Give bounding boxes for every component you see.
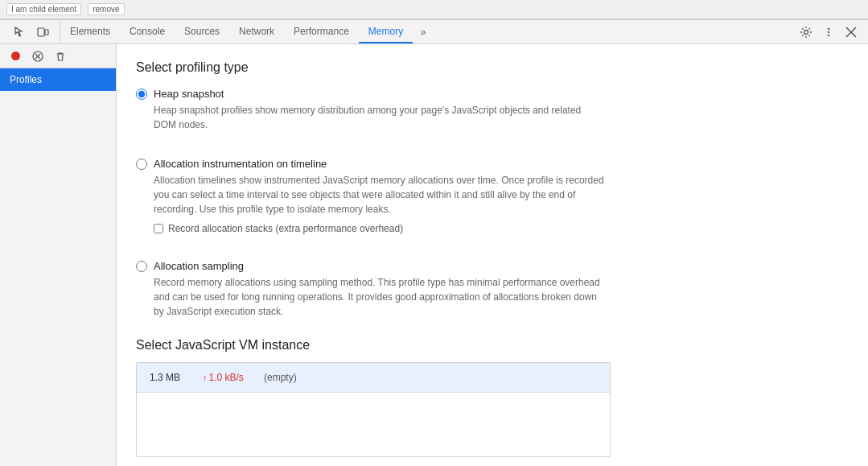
allocation-sampling-label[interactable]: Allocation sampling (154, 260, 244, 272)
svg-rect-0 (38, 28, 44, 36)
vm-empty-area (137, 392, 610, 456)
svg-point-5 (828, 34, 829, 35)
allocation-sampling-option: Allocation sampling Record memory alloca… (136, 260, 849, 319)
heap-snapshot-label[interactable]: Heap snapshot (154, 88, 224, 100)
svg-point-6 (11, 52, 20, 60)
tab-memory[interactable]: Memory (359, 20, 413, 43)
tab-performance[interactable]: Performance (284, 20, 359, 43)
allocation-stacks-label[interactable]: Record allocation stacks (extra performa… (168, 223, 403, 234)
vm-name: (empty) (264, 372, 297, 383)
heap-snapshot-option: Heap snapshot Heap snapshot profiles sho… (136, 88, 849, 132)
vm-size: 1.3 MB (150, 372, 190, 383)
svg-rect-1 (45, 30, 48, 35)
allocation-stacks-row: Record allocation stacks (extra performa… (154, 223, 849, 234)
tab-sources[interactable]: Sources (175, 20, 229, 43)
device-toolbar-button[interactable] (32, 23, 53, 42)
devtools-panel: Elements Console Sources Network Perform… (0, 19, 868, 466)
allocation-instrumentation-desc: Allocation timelines show instrumented J… (154, 173, 604, 217)
more-options-button[interactable] (818, 23, 839, 42)
vm-rate: ↑ 1.0 kB/s (203, 372, 251, 383)
sidebar: Profiles (0, 44, 117, 466)
vm-row[interactable]: 1.3 MB ↑ 1.0 kB/s (empty) (137, 363, 610, 392)
select-profiling-title: Select profiling type (136, 60, 849, 75)
allocation-instrumentation-radio[interactable] (136, 159, 147, 170)
allocation-sampling-header: Allocation sampling (136, 260, 849, 272)
allocation-stacks-checkbox[interactable] (154, 224, 163, 233)
allocation-instrumentation-label[interactable]: Allocation instrumentation on timeline (154, 158, 327, 170)
devtools-tabs: Elements Console Sources Network Perform… (60, 20, 792, 43)
stop-button[interactable] (29, 47, 47, 65)
webpage-bar: I am child element remove (0, 0, 868, 19)
svg-point-3 (828, 27, 829, 29)
remove-button[interactable]: remove (88, 3, 124, 15)
webpage-tag: I am child element (6, 3, 81, 15)
allocation-instrumentation-header: Allocation instrumentation on timeline (136, 158, 849, 170)
vm-table: 1.3 MB ↑ 1.0 kB/s (empty) (136, 362, 611, 457)
settings-button[interactable] (796, 23, 817, 42)
allocation-sampling-desc: Record memory allocations using sampling… (154, 275, 604, 319)
record-button[interactable] (6, 47, 24, 65)
svg-point-2 (804, 30, 808, 34)
clear-profiles-button[interactable] (51, 47, 69, 65)
heap-snapshot-header: Heap snapshot (136, 88, 849, 100)
js-vm-title: Select JavaScript VM instance (136, 338, 849, 353)
toolbar-icons (3, 20, 60, 43)
toolbar-right (792, 23, 865, 42)
sidebar-item-profiles[interactable]: Profiles (0, 68, 116, 91)
tab-network[interactable]: Network (229, 20, 284, 43)
tabs-more-button[interactable]: » (413, 23, 434, 42)
allocation-sampling-radio[interactable] (136, 261, 147, 272)
sidebar-toolbar (0, 44, 116, 68)
heap-snapshot-desc: Heap snapshot profiles show memory distr… (154, 103, 604, 132)
tab-console[interactable]: Console (120, 20, 175, 43)
allocation-instrumentation-option: Allocation instrumentation on timeline A… (136, 158, 849, 234)
devtools-body: Profiles Select profiling type Heap snap… (0, 44, 868, 466)
heap-snapshot-radio[interactable] (136, 89, 147, 100)
vm-rate-value: 1.0 kB/s (209, 372, 244, 383)
profiling-options: Heap snapshot Heap snapshot profiles sho… (136, 88, 849, 319)
svg-point-4 (828, 31, 829, 32)
sidebar-nav: Profiles (0, 68, 116, 466)
close-devtools-button[interactable] (841, 23, 862, 42)
inspect-element-button[interactable] (10, 23, 31, 42)
devtools-toolbar: Elements Console Sources Network Perform… (0, 20, 868, 44)
main-content: Select profiling type Heap snapshot Heap… (117, 44, 868, 466)
vm-rate-arrow: ↑ (203, 373, 208, 382)
tab-elements[interactable]: Elements (60, 20, 120, 43)
